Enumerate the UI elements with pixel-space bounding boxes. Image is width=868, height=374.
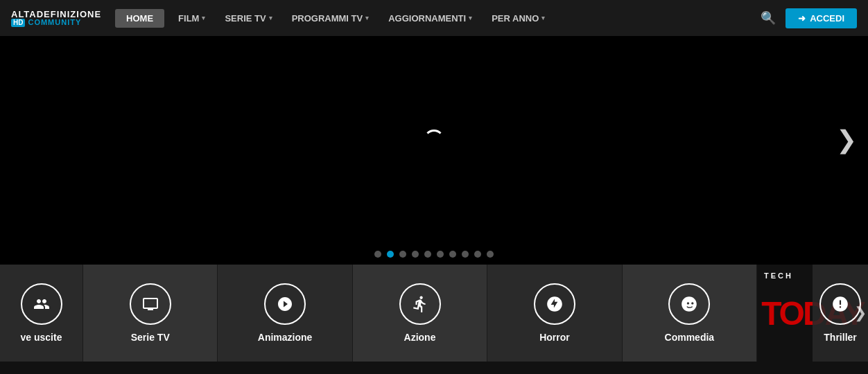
logo-bottom: HD COMMUNITY	[11, 19, 101, 27]
home-button[interactable]: HOME	[115, 9, 164, 28]
loading-spinner	[424, 130, 444, 150]
genre-azione[interactable]: Azione	[353, 265, 487, 362]
search-button[interactable]: 🔍	[754, 6, 783, 30]
serie-tv-chevron-icon: ▾	[269, 15, 272, 21]
azione-label: Azione	[404, 332, 436, 343]
horror-label: Horror	[539, 332, 570, 343]
dot-4[interactable]	[412, 251, 419, 258]
search-icon: 🔍	[761, 11, 776, 25]
genre-next-arrow-icon[interactable]: ❯	[854, 304, 867, 322]
dot-9[interactable]	[474, 251, 481, 258]
azione-icon	[399, 283, 441, 325]
dot-6[interactable]	[437, 251, 444, 258]
film-menu[interactable]: FILM ▾	[170, 9, 214, 28]
per-anno-menu[interactable]: PER ANNO ▾	[483, 9, 553, 28]
serie-tv-label: Serie TV	[131, 332, 170, 343]
genre-horror[interactable]: Horror	[487, 265, 622, 362]
tech-label: TECH	[764, 271, 793, 280]
dot-1[interactable]	[374, 251, 381, 258]
nuove-uscite-icon	[21, 283, 62, 325]
login-icon: ➜	[798, 13, 806, 24]
logo-title: ALTADEFINIZIONE	[11, 10, 101, 19]
thriller-label: Thriller	[824, 332, 856, 343]
programmi-tv-menu[interactable]: PROGRAMMI TV ▾	[284, 9, 378, 28]
commedia-icon	[668, 283, 710, 325]
animazione-label: Animazione	[258, 332, 313, 343]
navbar: ALTADEFINIZIONE HD COMMUNITY HOME FILM ▾…	[0, 0, 868, 36]
nuove-uscite-label: ve uscite	[21, 332, 62, 343]
genre-commedia[interactable]: Commedia	[623, 265, 757, 362]
aggiornamenti-menu[interactable]: AGGIORNAMENTI ▾	[380, 9, 480, 28]
aggiornamenti-chevron-icon: ▾	[469, 15, 472, 21]
dot-8[interactable]	[462, 251, 469, 258]
dot-2[interactable]	[387, 251, 394, 258]
accedi-button[interactable]: ➜ ACCEDI	[785, 8, 857, 28]
dot-3[interactable]	[399, 251, 406, 258]
horror-icon	[534, 283, 575, 325]
animazione-icon	[264, 283, 306, 325]
hero-next-button[interactable]: ❯	[836, 125, 857, 154]
genre-grid: ve uscite Serie TV Animazione Azione Hor…	[0, 265, 868, 362]
logo-hd: HD	[11, 19, 25, 27]
genre-nuove-uscite[interactable]: ve uscite	[0, 265, 83, 362]
genre-today[interactable]: TECH TODAY Thriller ❯	[757, 265, 868, 362]
logo-community: COMMUNITY	[28, 19, 81, 26]
film-chevron-icon: ▾	[202, 15, 205, 21]
per-anno-chevron-icon: ▾	[541, 15, 545, 21]
hero-slider: ❯	[0, 36, 868, 244]
programmi-tv-chevron-icon: ▾	[365, 15, 369, 21]
genre-serie-tv[interactable]: Serie TV	[83, 265, 218, 362]
commedia-label: Commedia	[665, 332, 715, 343]
genre-animazione[interactable]: Animazione	[218, 265, 352, 362]
dot-5[interactable]	[424, 251, 431, 258]
dot-7[interactable]	[449, 251, 456, 258]
slider-dots	[0, 244, 868, 265]
serie-tv-menu[interactable]: SERIE TV ▾	[216, 9, 280, 28]
serie-tv-icon	[130, 283, 171, 325]
logo[interactable]: ALTADEFINIZIONE HD COMMUNITY	[11, 10, 101, 27]
dot-10[interactable]	[487, 251, 494, 258]
